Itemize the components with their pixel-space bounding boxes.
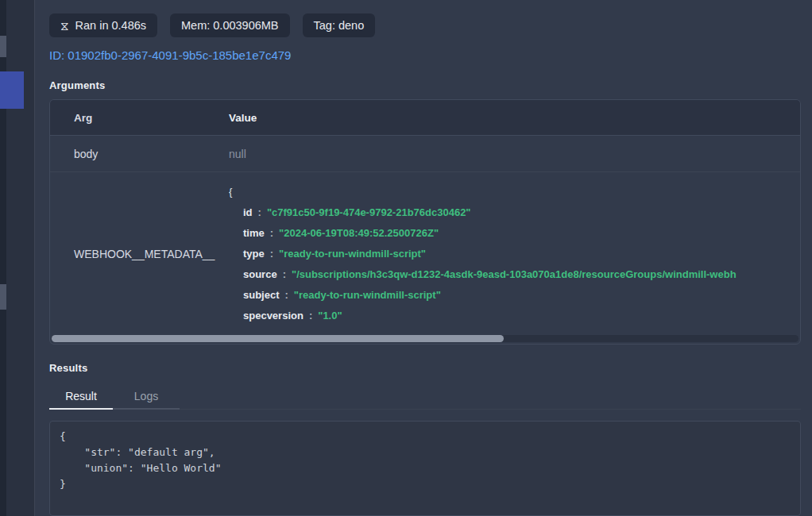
tag-badge: Tag: deno [303,13,376,37]
sidebar-selected-item[interactable] [0,71,24,109]
key-value-separator: : [283,268,286,280]
key-value-separator: : [270,227,273,239]
json-string-value: "ready-to-run-windmill-script" [279,248,426,260]
json-key[interactable]: source [243,268,277,280]
table-row: WEBHOOK__METADATA__ { id:"c7f91c50-9f19-… [50,172,800,344]
result-code-block: { "str": "default arg", "union": "Hello … [49,421,801,516]
column-header-value: Value [229,112,800,124]
runtime-badge: ⧖ Ran in 0.486s [49,13,157,37]
json-key[interactable]: subject [243,289,280,301]
arg-name: body [50,148,229,160]
sidebar-item[interactable] [0,284,6,310]
key-value-separator: : [285,289,288,301]
tag-badge-label: Tag: deno [314,19,365,32]
job-id-value[interactable]: 01902fb0-2967-4091-9b5c-185be1e7c479 [68,48,291,62]
memory-badge: Mem: 0.003906MB [170,13,290,37]
json-key[interactable]: type [243,248,265,260]
horizontal-scrollbar-thumb[interactable] [52,335,504,342]
json-entry: id:"c7f91c50-9f19-474e-9792-21b76dc30462… [229,202,800,223]
json-string-value: "c7f91c50-9f19-474e-9792-21b76dc30462" [267,206,471,218]
key-value-separator: : [309,310,312,322]
key-value-separator: : [258,206,261,218]
json-entry: type:"ready-to-run-windmill-script" [229,244,800,264]
arg-value-null: null [229,148,800,160]
sidebar-item[interactable] [0,36,6,57]
json-entry: subject:"ready-to-run-windmill-script" [229,285,800,306]
column-header-arg: Arg [50,112,229,124]
json-string-value: "/subscriptions/h3c3qw-d1232-4asdk-9easd… [292,268,737,280]
json-string-value: "1.0" [318,310,342,322]
job-run-panel: ⧖ Ran in 0.486s Mem: 0.003906MB Tag: den… [35,0,812,516]
arg-name: WEBHOOK__METADATA__ [50,248,229,260]
json-entry: specversion:"1.0" [229,306,800,326]
tab-logs[interactable]: Logs [113,383,180,410]
sidebar [0,0,35,516]
results-tabs: Result Logs [49,383,801,410]
json-key[interactable]: specversion [243,310,304,322]
results-section-title: Results [49,362,801,374]
tab-result[interactable]: Result [49,383,113,410]
json-string-value: "2024-06-19T08:49:52.2500726Z" [279,227,439,239]
arguments-section-title: Arguments [49,79,801,91]
arguments-table-header: Arg Value [50,100,800,136]
json-key[interactable]: time [243,227,265,239]
job-id-line: ID: 01902fb0-2967-4091-9b5c-185be1e7c479 [49,48,801,62]
open-brace[interactable]: { [229,182,800,202]
key-value-separator: : [270,248,273,260]
arguments-table: Arg Value body null WEBHOOK__METADATA__ … [49,99,801,345]
memory-badge-label: Mem: 0.003906MB [181,19,279,32]
json-entry: source:"/subscriptions/h3c3qw-d1232-4asd… [229,264,800,285]
json-key[interactable]: id [243,206,253,218]
json-entry: time:"2024-06-19T08:49:52.2500726Z" [229,223,800,244]
json-string-value: "ready-to-run-windmill-script" [294,289,441,301]
run-stats-row: ⧖ Ran in 0.486s Mem: 0.003906MB Tag: den… [49,13,801,37]
job-id-label: ID: [49,48,64,62]
runtime-badge-label: Ran in 0.486s [75,19,146,32]
horizontal-scrollbar-track[interactable] [52,335,798,342]
json-object-viewer: { id:"c7f91c50-9f19-474e-9792-21b76dc304… [229,182,800,326]
table-row: body null [50,136,800,172]
hourglass-icon: ⧖ [60,20,69,32]
